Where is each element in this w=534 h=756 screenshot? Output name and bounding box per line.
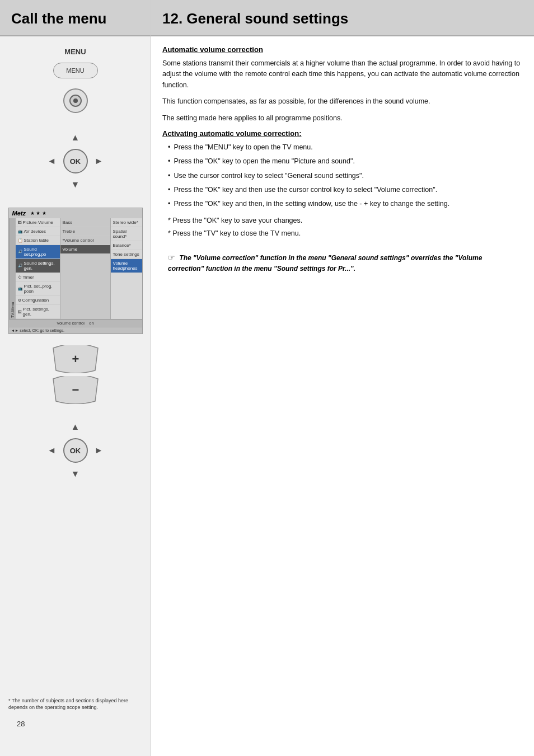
nav-item-pict-gen: 🖼Pict. settings, gen. <box>16 305 60 319</box>
bullet-2: • Press the "OK" key to open the menu "P… <box>168 156 523 167</box>
volume-controls: + − <box>48 345 104 404</box>
bullet-dot-1: • <box>168 142 170 153</box>
bullet-text-1: Press the "MENU" key to open the TV menu… <box>174 142 312 153</box>
bullet-text-3: Use the cursor control key to select "Ge… <box>174 171 364 181</box>
section2-title: Activating automatic volume correction: <box>162 129 523 138</box>
tv-menu-submenu: Bass Treble *Volume control Volume <box>60 218 111 319</box>
nav-item-station-table: 📋Station table <box>16 236 60 245</box>
bullet-5: • Press the "OK" key and then, in the se… <box>168 199 523 209</box>
bullet-dot-5: • <box>168 199 170 209</box>
small-bullet-list: * Press the "OK" key to save your change… <box>168 215 523 240</box>
tv-menu-top-bar: Metz ★ ★ ★ <box>9 208 142 218</box>
nav-up-arrow-2[interactable]: ▲ <box>67 418 85 436</box>
right-content: Automatic volume correction Some station… <box>151 36 534 288</box>
nav-cluster-2: ▲ ◄ OK ► ▼ <box>42 417 109 484</box>
nav-left-arrow[interactable]: ◄ <box>43 152 61 170</box>
nav-right-arrow-2[interactable]: ► <box>90 442 108 459</box>
option-tone-settings: Tone settings <box>111 250 142 259</box>
option-volume-headphones: Volume headphones <box>111 259 142 273</box>
section1-text2: This function compensates, as far as pos… <box>162 96 523 107</box>
tv-menu-status-bar: Volume control on <box>9 319 142 327</box>
right-header: 12. General sound settings <box>151 0 534 36</box>
sub-item-volume: Volume <box>60 245 110 254</box>
tv-menu-logo: Metz <box>12 210 26 217</box>
section1-text1: Some stations transmit their commercials… <box>162 58 523 91</box>
left-header: Call the menu <box>0 0 151 36</box>
right-title: 12. General sound settings <box>162 10 523 27</box>
tv-menu-stars: ★ ★ ★ <box>30 210 46 216</box>
bullet-4: • Press the "OK" key and then use the cu… <box>168 185 523 195</box>
tv-menu-body: TV-Menu 🖼Picture-Volume 📺AV devices 📋Sta… <box>9 218 142 319</box>
note-box: ☞ The "Volume correction" function in th… <box>162 247 523 279</box>
nav-item-picture-volume: 🖼Picture-Volume <box>16 218 60 227</box>
nav-down-arrow-2[interactable]: ▼ <box>67 465 85 483</box>
right-column: 12. General sound settings Automatic vol… <box>151 0 534 756</box>
nav-item-av-devices: 📺AV devices <box>16 227 60 236</box>
nav-ok-button[interactable]: OK <box>63 149 88 173</box>
nav-item-sound-set: 🔊Sound set.prog.po <box>16 245 60 259</box>
nav-item-sound-gen: 🔊Sound settings, gen. <box>16 259 60 273</box>
bullet-dot-2: • <box>168 156 170 167</box>
nav-item-pict-set: 📺Pict. set.,prog. posn <box>16 282 60 296</box>
volume-plus-svg: + <box>48 345 104 373</box>
nav-ok-button-2[interactable]: OK <box>63 438 88 463</box>
nav-cluster: ▲ ◄ OK ► ▼ <box>42 128 109 195</box>
tv-menu-vertical-label: TV-Menu <box>9 218 16 319</box>
nav-down-arrow[interactable]: ▼ <box>67 176 85 194</box>
nav-item-timer: ⏱Timer <box>16 273 60 282</box>
bullet-text-5: Press the "OK" key and then, in the sett… <box>174 199 449 209</box>
target-button[interactable] <box>63 88 88 113</box>
tv-menu-bottom-hints: ◄► select, OK: go to settings. <box>9 327 142 334</box>
bullet-1: • Press the "MENU" key to open the TV me… <box>168 142 523 153</box>
option-spatial-sound: Spatial sound* <box>111 227 142 241</box>
menu-label: MENU <box>64 48 86 56</box>
bullet-dot-4: • <box>168 185 170 195</box>
note-icon: ☞ <box>168 253 175 262</box>
bullet-dot-3: • <box>168 171 170 181</box>
section1-title: Automatic volume correction <box>162 45 523 54</box>
option-balance: Balance* <box>111 241 142 250</box>
tv-menu-screenshot: Metz ★ ★ ★ TV-Menu 🖼Picture-Volume 📺AV d… <box>8 208 143 334</box>
volume-minus-svg: − <box>48 376 104 404</box>
nav-item-config: ⚙Configuration <box>16 296 60 305</box>
menu-button[interactable]: MENU <box>53 63 98 78</box>
bullet-3: • Use the cursor control key to select "… <box>168 171 523 181</box>
small-bullet-1: * Press the "OK" key to save your change… <box>168 215 523 226</box>
tv-menu-left-nav: 🖼Picture-Volume 📺AV devices 📋Station tab… <box>16 218 60 319</box>
left-content: MENU MENU ▲ ◄ OK ► ▼ <box>0 36 151 500</box>
bullet-text-4: Press the "OK" key and then use the curs… <box>174 185 437 195</box>
left-footer: * The number of subjects and sections di… <box>8 697 142 711</box>
nav-up-arrow[interactable]: ▲ <box>67 129 85 147</box>
sub-item-bass: Bass <box>60 218 110 227</box>
page-number: 28 <box>17 720 25 728</box>
sub-item-volume-control: *Volume control <box>60 236 110 245</box>
tv-menu-options: Stereo wide* Spatial sound* Balance* Ton… <box>111 218 142 319</box>
bullet-text-2: Press the "OK" key to open the menu "Pic… <box>174 156 355 167</box>
section1-text3: The setting made here applies to all pro… <box>162 113 523 124</box>
tv-menu-inner-body: 🖼Picture-Volume 📺AV devices 📋Station tab… <box>16 218 142 319</box>
nav-right-arrow[interactable]: ► <box>90 152 108 170</box>
volume-minus-area: − <box>48 376 104 404</box>
note-text: The "Volume correction" function in the … <box>168 254 482 273</box>
footnote-text: * The number of subjects and sections di… <box>8 697 142 711</box>
left-column: Call the menu MENU MENU ▲ ◄ OK <box>0 0 151 756</box>
bullet-list: • Press the "MENU" key to open the TV me… <box>168 142 523 210</box>
left-title: Call the menu <box>11 10 139 27</box>
option-stereo-wide: Stereo wide* <box>111 218 142 227</box>
volume-plus-area: + <box>48 345 104 373</box>
small-bullet-2: * Press the "TV" key to close the TV men… <box>168 228 523 239</box>
svg-text:−: − <box>72 383 79 397</box>
sub-item-treble: Treble <box>60 227 110 236</box>
svg-text:+: + <box>72 352 79 366</box>
nav-left-arrow-2[interactable]: ◄ <box>43 442 61 459</box>
